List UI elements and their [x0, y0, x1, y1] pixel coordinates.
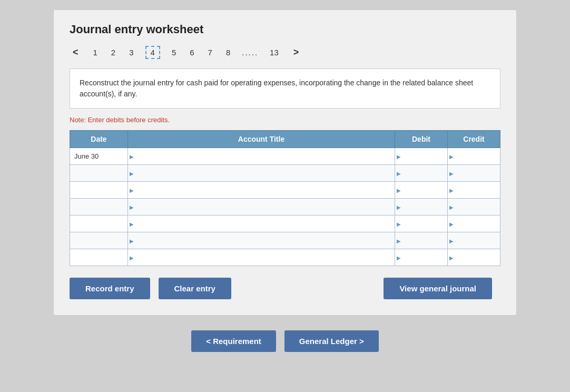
debit-input-2[interactable]	[395, 165, 447, 181]
debit-cell-5[interactable]	[395, 215, 448, 232]
page-13[interactable]: 13	[268, 47, 281, 58]
account-cell-6[interactable]	[128, 232, 395, 249]
account-input-6[interactable]	[128, 232, 395, 249]
col-header-credit: Credit	[448, 131, 500, 148]
button-row: Record entry Clear entry View general jo…	[70, 278, 500, 299]
account-input-5[interactable]	[128, 215, 395, 232]
credit-input-4[interactable]	[448, 199, 500, 215]
record-entry-button[interactable]: Record entry	[70, 278, 150, 299]
page-6[interactable]: 6	[188, 47, 196, 58]
page-7[interactable]: 7	[206, 47, 214, 58]
date-cell-7	[70, 249, 128, 266]
credit-cell-1[interactable]	[448, 148, 500, 165]
view-general-journal-button[interactable]: View general journal	[384, 278, 492, 299]
page-8[interactable]: 8	[224, 47, 232, 58]
col-header-account: Account Title	[128, 131, 395, 148]
clear-entry-button[interactable]: Clear entry	[159, 278, 231, 299]
credit-cell-7[interactable]	[448, 249, 500, 266]
credit-input-5[interactable]	[448, 215, 500, 232]
credit-input-1[interactable]	[448, 148, 500, 164]
debit-cell-6[interactable]	[395, 232, 448, 249]
table-row	[70, 232, 500, 249]
account-input-3[interactable]	[128, 182, 395, 198]
date-cell-6	[70, 232, 128, 249]
account-input-4[interactable]	[128, 199, 395, 215]
credit-cell-5[interactable]	[448, 215, 500, 232]
table-row: June 30	[70, 148, 500, 165]
page-4[interactable]: 4	[145, 46, 160, 59]
journal-table: Date Account Title Debit Credit June 30	[70, 130, 500, 266]
credit-cell-2[interactable]	[448, 165, 500, 182]
debit-input-3[interactable]	[395, 182, 447, 198]
account-cell-5[interactable]	[128, 215, 395, 232]
account-input-2[interactable]	[128, 165, 395, 181]
instruction-box: Reconstruct the journal entry for cash p…	[70, 68, 500, 109]
credit-cell-3[interactable]	[448, 182, 500, 199]
table-row	[70, 249, 500, 266]
bottom-nav: < Requirement General Ledger >	[191, 330, 379, 352]
date-cell-4	[70, 199, 128, 215]
debit-input-6[interactable]	[395, 232, 447, 249]
credit-input-7[interactable]	[448, 249, 500, 266]
date-cell-3	[70, 182, 128, 199]
table-row	[70, 215, 500, 232]
debit-cell-7[interactable]	[395, 249, 448, 266]
page-title: Journal entry worksheet	[70, 23, 500, 36]
pagination: < 1 2 3 4 5 6 7 8 ..... 13 >	[70, 46, 500, 59]
page-2[interactable]: 2	[109, 47, 117, 58]
account-cell-3[interactable]	[128, 182, 395, 199]
note-text: Note: Enter debits before credits.	[70, 116, 500, 124]
page-dots: .....	[242, 48, 258, 57]
account-input-7[interactable]	[128, 249, 395, 266]
instruction-text: Reconstruct the journal entry for cash p…	[80, 79, 473, 98]
credit-input-6[interactable]	[448, 232, 500, 249]
account-cell-4[interactable]	[128, 199, 395, 215]
page-3[interactable]: 3	[127, 47, 135, 58]
account-cell-1[interactable]	[128, 148, 395, 165]
debit-cell-3[interactable]	[395, 182, 448, 199]
debit-input-4[interactable]	[395, 199, 447, 215]
debit-input-5[interactable]	[395, 215, 447, 232]
next-page-button[interactable]: >	[290, 46, 302, 59]
debit-cell-4[interactable]	[395, 199, 448, 215]
credit-input-2[interactable]	[448, 165, 500, 181]
general-ledger-button[interactable]: General Ledger >	[284, 330, 379, 352]
debit-input-7[interactable]	[395, 249, 447, 266]
date-cell-5	[70, 215, 128, 232]
account-cell-2[interactable]	[128, 165, 395, 182]
date-cell-2	[70, 165, 128, 182]
col-header-debit: Debit	[395, 131, 448, 148]
debit-cell-2[interactable]	[395, 165, 448, 182]
prev-page-button[interactable]: <	[70, 46, 82, 59]
account-input-1[interactable]	[128, 148, 395, 164]
debit-cell-1[interactable]	[395, 148, 448, 165]
date-cell-1: June 30	[70, 148, 128, 165]
requirement-button[interactable]: < Requirement	[191, 330, 276, 352]
debit-input-1[interactable]	[395, 148, 447, 164]
page-1[interactable]: 1	[91, 47, 100, 58]
col-header-date: Date	[70, 131, 128, 148]
table-row	[70, 165, 500, 182]
credit-input-3[interactable]	[448, 182, 500, 198]
account-cell-7[interactable]	[128, 249, 395, 266]
credit-cell-4[interactable]	[448, 199, 500, 215]
page-5[interactable]: 5	[170, 47, 178, 58]
credit-cell-6[interactable]	[448, 232, 500, 249]
table-row	[70, 182, 500, 199]
table-row	[70, 199, 500, 215]
main-card: Journal entry worksheet < 1 2 3 4 5 6 7 …	[53, 9, 517, 316]
